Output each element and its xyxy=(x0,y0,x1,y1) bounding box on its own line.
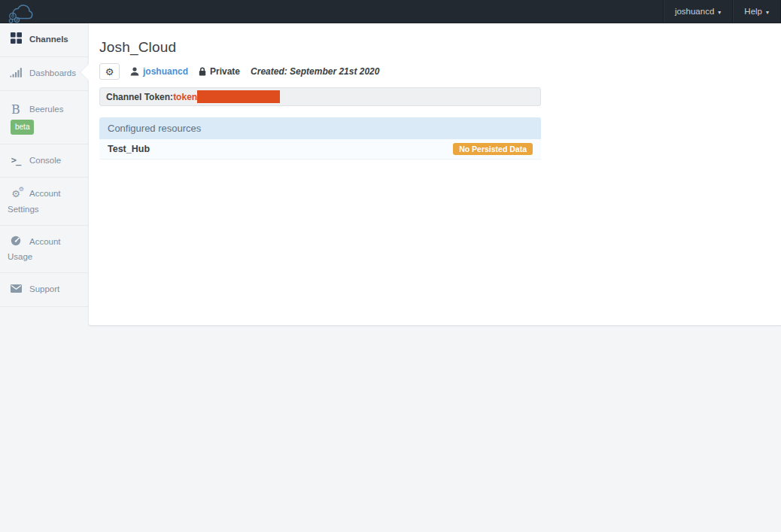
sidebar-item-label: Beerules xyxy=(29,105,63,114)
terminal-icon: >_ xyxy=(8,154,24,168)
gear-icon: ⚙ xyxy=(105,66,114,78)
bar-chart-icon xyxy=(8,67,24,81)
visibility-label: Private xyxy=(210,66,240,77)
page-title: Josh_Cloud xyxy=(99,39,781,56)
sidebar-item-label: Dashboards xyxy=(29,68,76,78)
main-content-card: Josh_Cloud ⚙ joshuancd Private Created: … xyxy=(88,23,781,326)
caret-down-icon: ▾ xyxy=(766,9,769,16)
channel-owner-link[interactable]: joshuancd xyxy=(130,66,188,77)
sidebar-item-support[interactable]: Support xyxy=(0,273,88,306)
letter-b-icon: B xyxy=(8,100,24,120)
user-menu-label: joshuancd xyxy=(675,7,714,16)
top-navbar: joshuancd ▾ Help ▾ xyxy=(0,0,781,23)
owner-name: joshuancd xyxy=(143,66,188,77)
user-menu[interactable]: joshuancd ▾ xyxy=(663,0,732,23)
help-menu[interactable]: Help ▾ xyxy=(732,0,781,23)
visibility-status: Private xyxy=(199,66,240,77)
sidebar: Channels Dashboards BBeerules beta >_Con… xyxy=(0,23,88,307)
cloud-gears-logo[interactable] xyxy=(6,1,39,23)
sidebar-item-label: Console xyxy=(29,156,61,165)
channel-token-label: Channel Token: xyxy=(106,92,173,102)
sidebar-item-dashboards[interactable]: Dashboards xyxy=(0,57,88,91)
no-persisted-data-badge: No Persisted Data xyxy=(453,143,533,155)
sidebar-item-label: Channels xyxy=(29,35,68,44)
channel-meta-row: ⚙ joshuancd Private Created: September 2… xyxy=(99,63,781,80)
gears-icon: ⚙⚙ xyxy=(8,187,24,202)
beta-badge: beta xyxy=(11,120,34,135)
channel-settings-button[interactable]: ⚙ xyxy=(99,63,120,80)
sidebar-item-beerules[interactable]: BBeerules beta xyxy=(0,91,88,144)
resource-name: Test_Hub xyxy=(108,144,150,154)
panel-header: Configured resources xyxy=(99,117,541,139)
channel-token-value: token xyxy=(173,92,197,102)
gauge-icon xyxy=(8,236,24,250)
user-icon xyxy=(130,67,139,76)
configured-resources-panel: Configured resources Test_Hub No Persist… xyxy=(99,117,541,160)
sidebar-item-console[interactable]: >_Console xyxy=(0,144,88,178)
channel-token-bar: Channel Token:token xyxy=(99,87,541,106)
grid-icon xyxy=(8,32,24,47)
help-menu-label: Help xyxy=(744,7,762,16)
lock-icon xyxy=(199,67,206,76)
caret-down-icon: ▾ xyxy=(718,9,721,16)
resource-row[interactable]: Test_Hub No Persisted Data xyxy=(99,139,541,160)
token-redaction-block xyxy=(197,90,280,103)
sidebar-item-channels[interactable]: Channels xyxy=(0,23,88,57)
sidebar-item-account-usage[interactable]: Account Usage xyxy=(0,226,88,273)
envelope-icon xyxy=(8,283,24,296)
sidebar-item-account-settings[interactable]: ⚙⚙Account Settings xyxy=(0,178,88,226)
sidebar-item-label: Support xyxy=(29,284,59,293)
created-date: Created: September 21st 2020 xyxy=(251,66,379,77)
